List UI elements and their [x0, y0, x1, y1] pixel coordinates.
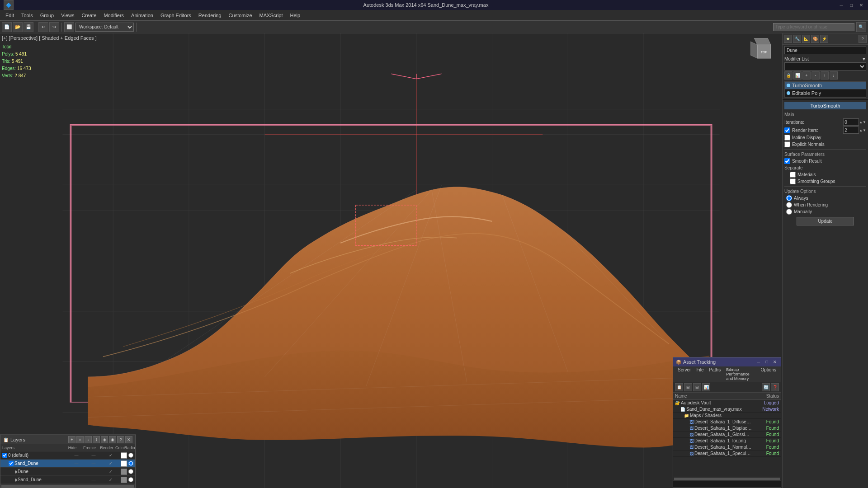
ts-smooth-result-check[interactable] — [784, 158, 790, 164]
redo-btn[interactable]: ↪ — [49, 22, 59, 32]
layer-sand-dune-check[interactable] — [9, 461, 14, 466]
at-menu-bitmap[interactable]: Bitmap Performance and Memory — [723, 367, 758, 381]
layers-help-btn[interactable]: ? — [117, 436, 124, 443]
viewport[interactable]: [+] [Perspective] [ Shaded + Edged Faces… — [0, 33, 782, 488]
menu-edit[interactable]: Edit — [2, 12, 18, 19]
layers-add-btn[interactable]: ↓ — [85, 436, 92, 443]
app-icon[interactable]: 🔷 — [4, 0, 14, 10]
minimize-button[interactable]: ─ — [838, 2, 844, 8]
menu-animation[interactable]: Animation — [127, 12, 157, 19]
rp-icon4[interactable]: 🎨 — [811, 35, 819, 43]
menu-modifiers[interactable]: Modifiers — [100, 12, 127, 19]
menu-customize[interactable]: Customize — [225, 12, 256, 19]
at-row-ior[interactable]: 🖼 Desert_Sahara_1_lor.png Found — [673, 438, 781, 444]
ts-render-iters-input[interactable] — [843, 127, 859, 134]
open-btn[interactable]: 📂 — [13, 22, 23, 32]
at-tb-btn6[interactable]: ❓ — [771, 383, 779, 391]
layers-del-btn[interactable]: × — [76, 436, 84, 443]
modifier-list-dropdown[interactable]: ▼ — [862, 56, 866, 61]
at-tb-btn4[interactable]: 📊 — [702, 383, 710, 391]
at-menu-paths[interactable]: Paths — [707, 367, 724, 381]
modifier-item-editable-poly[interactable]: Editable Poly — [785, 89, 866, 97]
mod-graph-btn[interactable]: 📊 — [793, 71, 802, 80]
at-tb-btn3[interactable]: ⊟ — [693, 383, 701, 391]
layer-sand-dune-radio[interactable] — [128, 460, 133, 466]
menu-views[interactable]: Views — [57, 12, 78, 19]
layer-row-default[interactable]: 0 (default) — — ✓ — [0, 451, 135, 460]
at-row-vault[interactable]: 🔐 Autodesk Vault Logged — [673, 400, 781, 406]
layer-row-sand-dune2[interactable]: ⧫ Sand_Dune — — ✓ — [0, 476, 135, 484]
at-row-maps-folder[interactable]: 📁 Maps / Shaders — [673, 413, 781, 419]
mod-down-btn[interactable]: ↓ — [830, 71, 838, 80]
layers-merge-btn[interactable]: ⤵ — [93, 436, 100, 443]
layers-scrollbar[interactable] — [0, 484, 135, 488]
at-row-displacement[interactable]: 🖼 Desert_Sahara_1_Displacement.ex Found — [673, 425, 781, 432]
rp-icon3[interactable]: 📐 — [802, 35, 810, 43]
ts-render-iters-spinner[interactable]: ▲▼ — [859, 128, 866, 132]
undo-btn[interactable]: ↩ — [38, 22, 48, 32]
at-row-specular[interactable]: 🖼 Desert_Sahara_1_Specular.png Found — [673, 450, 781, 457]
layer-sand-dune2-radio[interactable] — [128, 477, 133, 483]
layer-row-sand-dune[interactable]: Sand_Dune — — ✓ — [0, 460, 135, 468]
at-scrollbar[interactable] — [673, 477, 781, 480]
layers-new-btn[interactable]: + — [68, 436, 75, 443]
ts-iterations-spinner[interactable]: ▲▼ — [859, 120, 866, 124]
at-close-btn[interactable]: ✕ — [772, 359, 778, 365]
save-btn[interactable]: 💾 — [24, 22, 33, 32]
at-row-normal[interactable]: 🖼 Desert_Sahara_1_Normal.png Found — [673, 444, 781, 450]
maximize-button[interactable]: □ — [848, 2, 854, 8]
at-tb-btn5[interactable]: 🔄 — [762, 383, 770, 391]
rp-icon1[interactable]: ★ — [784, 35, 792, 43]
menu-graph-editors[interactable]: Graph Editors — [157, 12, 195, 19]
close-button[interactable]: ✕ — [858, 2, 864, 8]
rp-icon2[interactable]: 🔧 — [793, 35, 801, 43]
ts-smoothing-groups-check[interactable] — [790, 178, 796, 184]
menu-maxscript[interactable]: MAXScript — [256, 12, 287, 19]
at-tb-btn1[interactable]: 📋 — [675, 383, 683, 391]
ts-iterations-input[interactable] — [843, 118, 859, 126]
at-minimize-btn[interactable]: ─ — [755, 359, 762, 365]
at-tb-btn2[interactable]: ⊞ — [684, 383, 692, 391]
rp-icon5[interactable]: ⚡ — [820, 35, 828, 43]
rp-icon6[interactable]: ? — [859, 35, 867, 43]
object-name-field[interactable] — [784, 46, 866, 54]
layer-default-radio[interactable] — [128, 452, 133, 458]
search-btn[interactable]: 🔍 — [856, 22, 866, 32]
modifier-dropdown[interactable] — [784, 62, 866, 70]
mod-up-btn[interactable]: ↑ — [821, 71, 829, 80]
layer-dune-radio[interactable] — [128, 469, 133, 474]
menu-help[interactable]: Help — [287, 12, 304, 19]
ts-manually-radio[interactable] — [786, 209, 792, 215]
layer-row-dune[interactable]: ⧫ Dune — — ✓ — [0, 468, 135, 476]
mod-lock-btn[interactable]: 🔒 — [784, 71, 793, 80]
mod-add-btn[interactable]: + — [802, 71, 811, 80]
menu-rendering[interactable]: Rendering — [195, 12, 225, 19]
at-menu-file[interactable]: File — [693, 367, 706, 381]
at-row-max-file[interactable]: 📄 Sand_Dune_max_vray.max Network — [673, 406, 781, 413]
at-row-diffuse[interactable]: 🖼 Desert_Sahara_1_Diffuse.png Found — [673, 419, 781, 425]
modifier-item-turbosmooth[interactable]: TurboSmooth — [785, 82, 866, 89]
ts-render-iters-check[interactable] — [784, 127, 790, 133]
at-menu-server[interactable]: Server — [675, 367, 693, 381]
layers-close-btn[interactable]: ✕ — [125, 436, 132, 443]
layers-highlight-btn[interactable]: ◉ — [109, 436, 116, 443]
menu-tools[interactable]: Tools — [18, 12, 37, 19]
mod-remove-btn[interactable]: - — [811, 71, 820, 80]
ts-materials-check[interactable] — [790, 172, 796, 178]
navigation-cube[interactable]: TOP — [750, 38, 778, 65]
tb-icon1[interactable]: ⬜ — [64, 22, 74, 32]
layers-select-btn[interactable]: ◈ — [101, 436, 108, 443]
menu-group[interactable]: Group — [37, 12, 58, 19]
ts-when-rendering-radio[interactable] — [786, 202, 792, 208]
menu-create[interactable]: Create — [78, 12, 100, 19]
at-menu-options[interactable]: Options — [758, 367, 779, 381]
layer-default-check[interactable] — [2, 453, 7, 458]
new-btn[interactable]: 📄 — [2, 22, 12, 32]
at-maximize-btn[interactable]: □ — [764, 359, 770, 365]
ts-isoline-check[interactable] — [784, 135, 790, 141]
at-row-glossiness[interactable]: 🖼 Desert_Sahara_1_Glossiness.png Found — [673, 432, 781, 438]
ts-always-radio[interactable] — [786, 195, 792, 201]
ts-explicit-normals-check[interactable] — [784, 141, 790, 147]
ts-update-button[interactable]: Update — [797, 217, 854, 225]
workspace-dropdown[interactable]: Workspace: Default — [75, 23, 134, 32]
